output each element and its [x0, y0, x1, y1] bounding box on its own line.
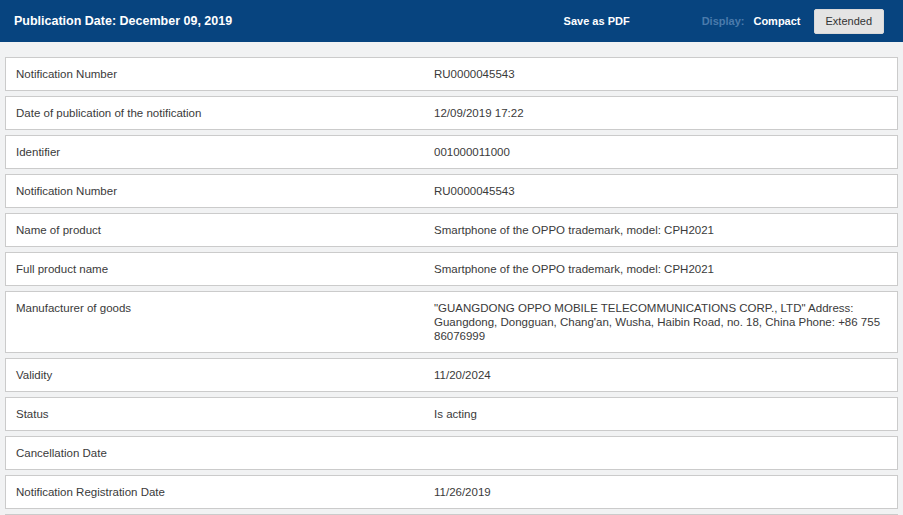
- row-value: 11/26/2019: [434, 485, 897, 499]
- row-label: Status: [6, 407, 434, 421]
- table-row: Validity 11/20/2024: [5, 358, 898, 392]
- row-value: 001000011000: [434, 145, 897, 159]
- row-value: "GUANGDONG OPPO MOBILE TELECOMMUNICATION…: [434, 301, 897, 343]
- row-label: Identifier: [6, 145, 434, 159]
- table-row: Notification Registration Date 11/26/201…: [5, 475, 898, 509]
- header-bar: Publication Date: December 09, 2019 Save…: [0, 0, 903, 42]
- display-mode-label: Display:: [702, 15, 745, 27]
- row-value: [434, 446, 897, 460]
- table-row: Name of product Smartphone of the OPPO t…: [5, 213, 898, 247]
- row-label: Date of publication of the notification: [6, 106, 434, 120]
- table-row: Notification Number RU0000045543: [5, 174, 898, 208]
- row-value: RU0000045543: [434, 184, 897, 198]
- table-row: Status Is acting: [5, 397, 898, 431]
- table-row: Notification Number RU0000045543: [5, 57, 898, 91]
- row-value: Smartphone of the OPPO trademark, model:…: [434, 262, 897, 276]
- row-label: Manufacturer of goods: [6, 301, 434, 343]
- row-value: 12/09/2019 17:22: [434, 106, 897, 120]
- row-label: Notification Number: [6, 67, 434, 81]
- header-actions: Save as PDF Display: Compact Extended: [564, 9, 884, 34]
- table-row: Cancellation Date: [5, 436, 898, 470]
- row-value: 11/20/2024: [434, 368, 897, 382]
- table-row: Date of publication of the notification …: [5, 96, 898, 130]
- row-value: Smartphone of the OPPO trademark, model:…: [434, 223, 897, 237]
- row-label: Notification Registration Date: [6, 485, 434, 499]
- row-value: Is acting: [434, 407, 897, 421]
- notification-details-table: Notification Number RU0000045543 Date of…: [5, 57, 898, 515]
- save-as-pdf-button[interactable]: Save as PDF: [564, 15, 630, 27]
- display-extended-button[interactable]: Extended: [814, 9, 884, 34]
- table-row: Manufacturer of goods "GUANGDONG OPPO MO…: [5, 291, 898, 353]
- row-label: Notification Number: [6, 184, 434, 198]
- row-label: Full product name: [6, 262, 434, 276]
- row-label: Name of product: [6, 223, 434, 237]
- table-row: Full product name Smartphone of the OPPO…: [5, 252, 898, 286]
- notification-detail-page: Publication Date: December 09, 2019 Save…: [0, 0, 903, 515]
- display-compact-button[interactable]: Compact: [753, 15, 800, 27]
- table-row: Identifier 001000011000: [5, 135, 898, 169]
- row-label: Validity: [6, 368, 434, 382]
- row-value: RU0000045543: [434, 67, 897, 81]
- publication-date-title: Publication Date: December 09, 2019: [14, 14, 232, 28]
- row-label: Cancellation Date: [6, 446, 434, 460]
